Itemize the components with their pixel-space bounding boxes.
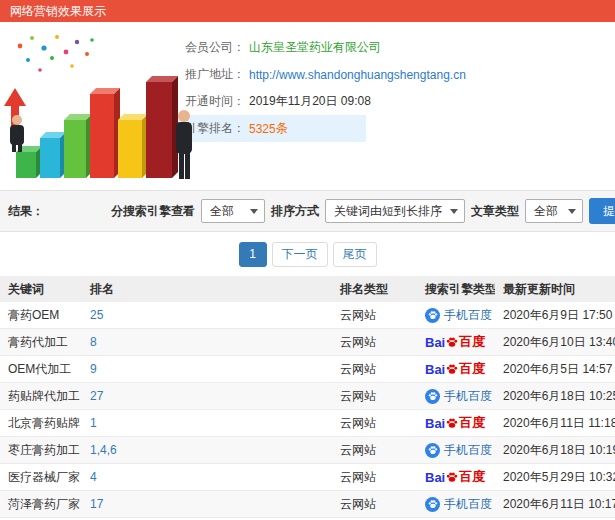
baidu-logo-cn: 百度 <box>459 360 485 378</box>
article-type-value: 全部 <box>534 203 558 220</box>
engine-filter-value: 全部 <box>210 203 234 220</box>
engine-rank-count: 5325 <box>249 122 276 136</box>
mobile-baidu-icon <box>425 389 440 404</box>
rank-type-cell: 云网站 <box>332 361 417 378</box>
page-title: 网络营销效果展示 <box>0 0 615 22</box>
rank-link[interactable]: 9 <box>90 362 97 376</box>
mobile-baidu-label: 手机百度 <box>444 496 492 513</box>
promo-url-link[interactable]: http://www.shandonghuangshengtang.cn <box>249 68 466 82</box>
baidu-logo-latin: Bai <box>425 470 445 485</box>
engine-filter-select[interactable]: 全部 <box>201 199 265 223</box>
rank-link[interactable]: 1 <box>90 416 97 430</box>
keyword-cell: 枣庄膏药加工 <box>0 442 82 459</box>
chevron-down-icon <box>250 209 258 214</box>
results-table: 关键词 排名 排名类型 搜索引擎类型 最新更新时间 膏药OEM 25 云网站 手… <box>0 276 615 518</box>
engine-cell: Bai 百度 <box>417 414 495 432</box>
baidu-logo: Bai 百度 <box>425 468 485 486</box>
header-engine-type: 搜索引擎类型 <box>417 281 495 298</box>
updated-cell: 2020年6月9日 17:50 <box>495 307 615 324</box>
engine-cell: 手机百度 <box>417 442 495 459</box>
baidu-logo-latin: Bai <box>425 362 445 377</box>
keyword-cell: 膏药OEM <box>0 307 82 324</box>
baidu-logo-cn: 百度 <box>459 468 485 486</box>
rank-link[interactable]: 8 <box>90 335 97 349</box>
rank-link[interactable]: 17 <box>90 497 103 511</box>
mobile-baidu-icon <box>425 443 440 458</box>
rank-type-cell: 云网站 <box>332 307 417 324</box>
engine-cell: Bai 百度 <box>417 360 495 378</box>
last-page-button[interactable]: 尾页 <box>333 242 377 267</box>
sort-filter-label: 排序方式 <box>271 203 319 220</box>
mobile-baidu-label: 手机百度 <box>444 388 492 405</box>
table-header-row: 关键词 排名 排名类型 搜索引擎类型 最新更新时间 <box>0 276 615 302</box>
table-body: 膏药OEM 25 云网站 手机百度 2020年6月9日 17:50 膏药代加工 … <box>0 302 615 518</box>
company-link[interactable]: 山东皇圣堂药业有限公司 <box>249 39 381 56</box>
engine-cell: 手机百度 <box>417 307 495 324</box>
baidu-paw-icon <box>446 417 458 429</box>
engine-filter-label: 分搜索引擎查看 <box>111 203 195 220</box>
rank-type-cell: 云网站 <box>332 415 417 432</box>
table-row: 北京膏药贴牌 1 云网站 Bai 百度 2020年6月11日 11:18 <box>0 410 615 437</box>
baidu-logo-latin: Bai <box>425 335 445 350</box>
engine-cell: Bai 百度 <box>417 333 495 351</box>
updated-cell: 2020年6月18日 10:25 <box>495 388 615 405</box>
rank-link[interactable]: 27 <box>90 389 103 403</box>
table-row: 药贴牌代加工 27 云网站 手机百度 2020年6月18日 10:25 <box>0 383 615 410</box>
keyword-cell: 膏药代加工 <box>0 334 82 351</box>
baidu-logo: Bai 百度 <box>425 414 485 432</box>
next-page-button[interactable]: 下一页 <box>272 242 328 267</box>
result-label: 结果： <box>8 203 44 220</box>
table-row: 膏药代加工 8 云网站 Bai 百度 2020年6月10日 13:40 <box>0 329 615 356</box>
keyword-cell: 医疗器械厂家 <box>0 469 82 486</box>
open-time-value: 2019年11月20日 09:08 <box>249 93 371 110</box>
mobile-baidu-badge: 手机百度 <box>425 496 492 513</box>
baidu-logo-latin: Bai <box>425 416 445 431</box>
table-row: 医疗器械厂家 4 云网站 Bai 百度 2020年5月29日 10:32 <box>0 464 615 491</box>
updated-cell: 2020年5月29日 10:32 <box>495 469 615 486</box>
sort-filter-select[interactable]: 关键词由短到长排序 <box>325 199 465 223</box>
sort-filter-value: 关键词由短到长排序 <box>334 203 442 220</box>
article-type-select[interactable]: 全部 <box>525 199 583 223</box>
rank-type-cell: 云网站 <box>332 388 417 405</box>
updated-cell: 2020年6月10日 13:40 <box>495 334 615 351</box>
chevron-down-icon <box>450 209 458 214</box>
baidu-paw-icon <box>446 336 458 348</box>
mobile-baidu-badge: 手机百度 <box>425 388 492 405</box>
mobile-baidu-icon <box>425 497 440 512</box>
header-rank-type: 排名类型 <box>332 281 417 298</box>
submit-button[interactable]: 提交 <box>589 198 615 224</box>
header-keyword: 关键词 <box>0 281 82 298</box>
page-button-current[interactable]: 1 <box>239 242 267 267</box>
header-updated: 最新更新时间 <box>495 281 615 298</box>
baidu-logo-cn: 百度 <box>459 414 485 432</box>
mobile-baidu-badge: 手机百度 <box>425 307 492 324</box>
article-type-label: 文章类型 <box>471 203 519 220</box>
updated-cell: 2020年6月18日 10:19 <box>495 442 615 459</box>
rank-link[interactable]: 1,4,6 <box>90 443 117 457</box>
mobile-baidu-label: 手机百度 <box>444 307 492 324</box>
keyword-cell: 药贴牌代加工 <box>0 388 82 405</box>
mobile-baidu-icon <box>425 308 440 323</box>
rank-type-cell: 云网站 <box>332 442 417 459</box>
header-rank: 排名 <box>82 281 332 298</box>
engine-rank-suffix: 条 <box>276 120 288 137</box>
chevron-down-icon <box>568 209 576 214</box>
baidu-logo: Bai 百度 <box>425 360 485 378</box>
updated-cell: 2020年6月11日 10:17 <box>495 496 615 513</box>
member-info-rows: 会员公司： 山东皇圣堂药业有限公司 推广地址： http://www.shand… <box>130 22 615 142</box>
baidu-paw-icon <box>446 471 458 483</box>
updated-cell: 2020年6月11日 11:18 <box>495 415 615 432</box>
rank-link[interactable]: 25 <box>90 308 103 322</box>
baidu-paw-icon <box>446 363 458 375</box>
keyword-cell: 北京膏药贴牌 <box>0 415 82 432</box>
baidu-logo: Bai 百度 <box>425 333 485 351</box>
engine-cell: 手机百度 <box>417 388 495 405</box>
rank-type-cell: 云网站 <box>332 496 417 513</box>
rank-type-cell: 云网站 <box>332 334 417 351</box>
table-row: 膏药OEM 25 云网站 手机百度 2020年6月9日 17:50 <box>0 302 615 329</box>
pagination: 1 下一页 尾页 <box>0 232 615 276</box>
engine-cell: 手机百度 <box>417 496 495 513</box>
rank-type-cell: 云网站 <box>332 469 417 486</box>
filter-bar: 结果： 分搜索引擎查看 全部 排序方式 关键词由短到长排序 文章类型 全部 提交 <box>0 190 615 232</box>
rank-link[interactable]: 4 <box>90 470 97 484</box>
